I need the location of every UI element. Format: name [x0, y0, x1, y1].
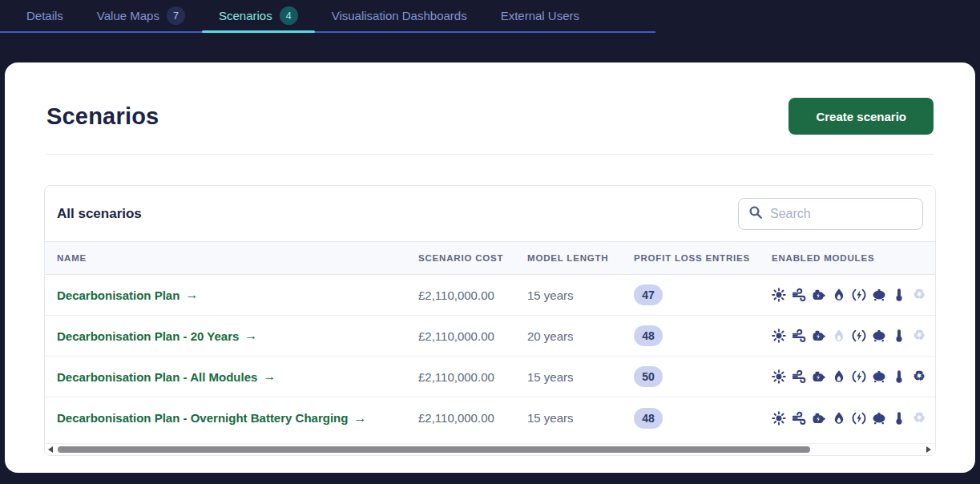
- scenario-name: Decarbonisation Plan: [57, 288, 179, 302]
- scenario-link[interactable]: Decarbonisation Plan→: [57, 288, 198, 302]
- gas-cylinder-icon: [932, 369, 935, 384]
- profit-loss-entries-cell: 48: [634, 408, 772, 429]
- scrollbar-thumb[interactable]: [58, 446, 810, 453]
- ev-charging-icon: [852, 369, 866, 384]
- scenario-link[interactable]: Decarbonisation Plan - Overnight Battery…: [57, 411, 366, 426]
- table-header-row: NAMESCENARIO COSTMODEL LENGTHPROFIT LOSS…: [45, 241, 935, 275]
- thermometer-icon: [892, 369, 906, 384]
- ev-charging-icon: [852, 288, 866, 302]
- wind-icon: [792, 329, 806, 343]
- storage-tank-icon: [872, 329, 886, 343]
- column-header-scenario-cost: SCENARIO COST: [418, 253, 527, 263]
- enabled-modules-cell: ♻: [772, 411, 935, 426]
- panel-title: All scenarios: [57, 206, 142, 222]
- column-header-model-length: MODEL LENGTH: [527, 253, 634, 263]
- table-row: Decarbonisation Plan→£2,110,000.0015 yea…: [45, 275, 935, 316]
- recycle-icon: ♻: [912, 288, 926, 302]
- profit-loss-entries-cell: 48: [634, 325, 772, 346]
- storage-tank-icon: [872, 411, 886, 426]
- column-header-enabled-modules: ENABLED MODULES: [772, 253, 935, 263]
- tab-external-users[interactable]: External Users: [484, 0, 596, 31]
- storage-tank-icon: [872, 288, 886, 302]
- column-header-name: NAME: [57, 253, 418, 263]
- scenario-name: Decarbonisation Plan - 20 Years: [57, 329, 239, 343]
- enabled-modules-cell: ♻: [772, 288, 935, 302]
- storage-tank-icon: [872, 369, 886, 384]
- arrow-right-icon: →: [353, 411, 366, 426]
- thermometer-icon: [892, 329, 906, 343]
- recycle-icon: ♻: [912, 411, 926, 426]
- sun-icon: [772, 329, 786, 343]
- tab-count-badge: 7: [167, 6, 185, 25]
- scenarios-card: Scenarios Create scenario All scenarios …: [5, 63, 975, 473]
- scenario-name-cell: Decarbonisation Plan→: [57, 288, 418, 302]
- enabled-modules-cell: ♻: [772, 329, 935, 343]
- create-scenario-button[interactable]: Create scenario: [788, 98, 934, 135]
- scenario-name-cell: Decarbonisation Plan - All Modules→: [57, 369, 418, 384]
- search-box[interactable]: [738, 198, 923, 230]
- tab-details[interactable]: Details: [10, 0, 80, 31]
- tab-label: Visualisation Dashboards: [332, 9, 467, 22]
- heat-pump-icon: [812, 411, 826, 426]
- flame-icon: [832, 411, 846, 426]
- tab-scenarios[interactable]: Scenarios4: [202, 0, 315, 31]
- tab-count-badge: 4: [280, 6, 298, 25]
- scrollbar-track[interactable]: [58, 446, 922, 454]
- heat-pump-icon: [812, 288, 826, 302]
- flame-icon: [832, 288, 846, 302]
- scenario-name-cell: Decarbonisation Plan - Overnight Battery…: [57, 411, 418, 426]
- column-header-profit-loss-entries: PROFIT LOSS ENTRIES: [634, 253, 772, 263]
- profit-loss-count-badge: 47: [634, 284, 663, 305]
- thermometer-icon: [892, 411, 906, 426]
- heat-pump-icon: [812, 329, 826, 343]
- gas-cylinder-icon: [932, 329, 935, 343]
- arrow-right-icon: →: [244, 329, 257, 343]
- recycle-icon: ♻: [912, 369, 926, 384]
- arrow-right-icon: →: [185, 288, 198, 302]
- scrollbar-right-arrow-icon[interactable]: [926, 446, 933, 454]
- scenario-cost-cell: £2,110,000.00: [418, 288, 527, 302]
- model-length-cell: 20 years: [527, 329, 634, 343]
- scenario-cost-cell: £2,110,000.00: [418, 411, 527, 425]
- model-length-cell: 15 years: [527, 288, 634, 302]
- arrow-right-icon: →: [263, 369, 276, 384]
- sun-icon: [772, 369, 786, 384]
- profit-loss-count-badge: 50: [634, 366, 663, 387]
- recycle-icon: ♻: [912, 329, 926, 343]
- panel-header: All scenarios: [45, 186, 935, 241]
- project-tab-bar: DetailsValue Maps7Scenarios4Visualisatio…: [0, 0, 655, 33]
- thermometer-icon: [892, 288, 906, 302]
- tab-visualisation-dashboards[interactable]: Visualisation Dashboards: [315, 0, 484, 31]
- ev-charging-icon: [852, 329, 866, 343]
- scenario-name: Decarbonisation Plan - All Modules: [57, 370, 257, 384]
- tab-label: Value Maps: [97, 9, 159, 22]
- search-input[interactable]: [770, 207, 936, 221]
- gas-cylinder-icon: [932, 288, 935, 302]
- wind-icon: [792, 411, 806, 426]
- horizontal-scrollbar[interactable]: [45, 443, 935, 455]
- ev-charging-icon: [852, 411, 866, 426]
- flame-icon: [832, 369, 846, 384]
- scenario-cost-cell: £2,110,000.00: [418, 370, 527, 384]
- wind-icon: [792, 369, 806, 384]
- scenario-link[interactable]: Decarbonisation Plan - All Modules→: [57, 369, 276, 384]
- tab-label: External Users: [501, 9, 579, 22]
- heat-pump-icon: [812, 369, 826, 384]
- scenario-link[interactable]: Decarbonisation Plan - 20 Years→: [57, 329, 257, 343]
- table-row: Decarbonisation Plan - All Modules→£2,11…: [45, 357, 935, 397]
- sun-icon: [772, 411, 786, 426]
- table-row: Decarbonisation Plan - Overnight Battery…: [45, 397, 935, 438]
- all-scenarios-panel: All scenarios NAMESCENARIO COSTMODEL LEN…: [44, 185, 936, 456]
- magnifier-icon: [748, 205, 763, 223]
- scenarios-table-body: Decarbonisation Plan→£2,110,000.0015 yea…: [45, 275, 935, 438]
- page-title: Scenarios: [46, 103, 159, 130]
- tab-value-maps[interactable]: Value Maps7: [80, 0, 202, 31]
- tab-label: Details: [26, 9, 63, 22]
- scrollbar-left-arrow-icon[interactable]: [47, 446, 54, 454]
- gas-cylinder-icon: [932, 411, 935, 426]
- sun-icon: [772, 288, 786, 302]
- tab-label: Scenarios: [219, 9, 272, 22]
- scenario-name-cell: Decarbonisation Plan - 20 Years→: [57, 329, 418, 343]
- scenario-name: Decarbonisation Plan - Overnight Battery…: [57, 411, 348, 425]
- profit-loss-entries-cell: 50: [634, 366, 772, 387]
